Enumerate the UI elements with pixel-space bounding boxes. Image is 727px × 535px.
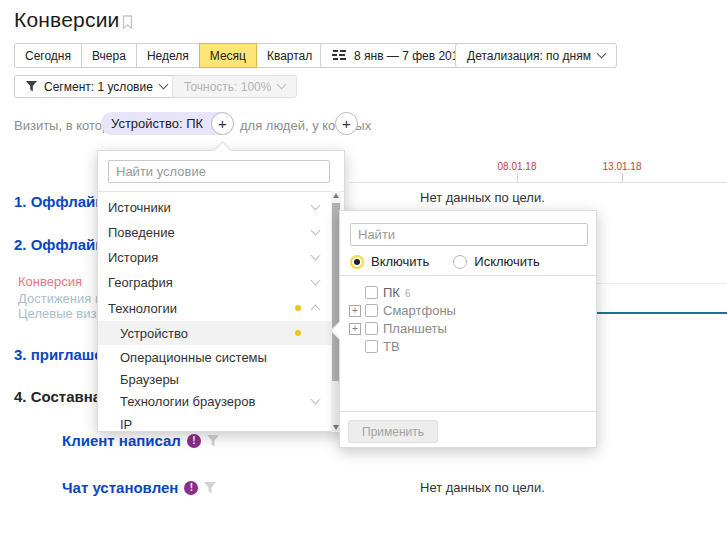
device-search-input[interactable] (350, 223, 588, 246)
legend-conversion: Конверсия (18, 274, 82, 289)
pc-count: 6 (405, 288, 411, 299)
include-radio[interactable] (350, 255, 364, 269)
divider (98, 191, 344, 192)
segment-label: Сегмент: 1 условие (44, 80, 153, 94)
period-tab-today[interactable]: Сегодня (14, 43, 82, 68)
condition-search-input[interactable] (108, 160, 330, 183)
chip-label: Устройство: ПК (111, 116, 203, 131)
divider (340, 411, 596, 412)
add-visit-condition-button[interactable]: + (211, 112, 234, 135)
condition-item-device[interactable]: Устройство (98, 321, 331, 345)
chevron-down-icon (158, 80, 168, 90)
page-title: Конверсии (14, 8, 120, 32)
tv-label: ТВ (383, 339, 400, 354)
exclude-label: Исключить (474, 254, 540, 269)
precision-label: Точность: 100% (184, 80, 271, 94)
smartphones-checkbox[interactable] (365, 304, 378, 317)
axis-date-label-2: 13.01.18 (599, 161, 645, 172)
chart-gridline (597, 283, 727, 284)
smartphones-label: Смартфоны (383, 303, 456, 318)
period-tab-week[interactable]: Неделя (136, 43, 200, 68)
legend-target-visits: Целевые визи (18, 306, 104, 321)
device-option-tv: ТВ (340, 338, 596, 356)
condition-item-sources[interactable]: Источники (98, 195, 331, 219)
goal-filter-icon[interactable] (204, 482, 216, 494)
include-label: Включить (371, 254, 429, 269)
selected-condition-dot (295, 305, 301, 311)
expand-icon[interactable]: + (349, 323, 361, 335)
chevron-down-icon (311, 250, 321, 260)
chart-axis-line (350, 182, 727, 183)
date-range-button[interactable]: 8 янв — 7 фев 2018 (320, 43, 477, 68)
condition-item-os[interactable]: Операционные системы (98, 345, 331, 369)
goal-info-icon: ! (184, 481, 198, 495)
condition-item-browsers[interactable]: Браузеры (98, 367, 331, 391)
pc-label: ПК6 (383, 285, 410, 300)
no-data-message-top: Нет данных по цели. (420, 190, 545, 205)
device-option-tablets: + Планшеты (340, 320, 596, 338)
subgoal-chat-installed-link[interactable]: Чат установлен (62, 479, 178, 496)
detalization-button[interactable]: Детализация: по дням (455, 43, 617, 68)
condition-item-geography[interactable]: География (98, 270, 331, 294)
axis-date-label-1: 08.01.18 (494, 161, 540, 172)
condition-item-history[interactable]: История (98, 245, 331, 269)
condition-item-technologies[interactable]: Технологии (98, 296, 331, 320)
chevron-down-icon (311, 200, 321, 210)
period-tab-quarter[interactable]: Квартал (256, 43, 323, 68)
goal-filter-icon[interactable] (207, 435, 219, 447)
conversions-page: Конверсии Сегодня Вчера Неделя Месяц Ква… (0, 0, 727, 535)
add-people-condition-button[interactable]: + (335, 112, 358, 135)
detalization-label: Детализация: по дням (467, 49, 591, 63)
pc-checkbox[interactable] (365, 286, 378, 299)
chevron-up-icon (311, 305, 321, 315)
chevron-down-icon (311, 394, 321, 404)
no-data-message-bottom: Нет данных по цели. (420, 480, 545, 495)
axis-tick (517, 173, 518, 182)
device-option-smartphones: + Смартфоны (340, 302, 596, 320)
bookmark-icon[interactable] (122, 15, 133, 30)
precision-button[interactable]: Точность: 100% (172, 75, 297, 98)
legend-goal-reaches: Достижения ц (18, 291, 102, 306)
expand-icon[interactable]: + (349, 305, 361, 317)
period-tabs: Сегодня Вчера Неделя Месяц Квартал Год (14, 43, 363, 68)
chevron-down-icon (277, 80, 287, 90)
chevron-down-icon (597, 49, 607, 59)
scrollbar-up-arrow[interactable] (333, 193, 339, 198)
exclude-radio[interactable] (453, 255, 467, 269)
subgoal-chat-installed: Чат установлен ! (62, 479, 216, 496)
dropdown-callout-arrow (213, 141, 231, 159)
conversion-chart-line (597, 312, 727, 314)
period-tab-month[interactable]: Месяц (199, 43, 257, 68)
condition-item-behavior[interactable]: Поведение (98, 220, 331, 244)
segment-button[interactable]: Сегмент: 1 условие (14, 75, 179, 98)
date-range-label: 8 янв — 7 фев 2018 (354, 49, 465, 63)
selected-condition-dot (295, 330, 301, 336)
device-option-pc: ПК6 (340, 284, 596, 302)
condition-dropdown: Источники Поведение История География Те… (97, 150, 345, 432)
chevron-down-icon (311, 275, 321, 285)
chevron-down-icon (311, 225, 321, 235)
include-exclude-radios: Включить Исключить (350, 254, 540, 269)
calendar-list-icon (332, 50, 347, 61)
condition-item-ip[interactable]: IP (98, 412, 331, 436)
axis-tick (622, 173, 623, 182)
condition-item-browser-tech[interactable]: Технологии браузеров (98, 389, 331, 413)
tablets-label: Планшеты (383, 321, 447, 336)
device-value-panel: Включить Исключить ПК6 + Смартфоны + Пла… (339, 210, 597, 448)
tv-checkbox[interactable] (365, 340, 378, 353)
apply-button[interactable]: Применить (348, 420, 438, 443)
funnel-icon (26, 81, 37, 92)
divider (340, 275, 596, 276)
tablets-checkbox[interactable] (365, 322, 378, 335)
period-tab-yesterday[interactable]: Вчера (81, 43, 137, 68)
